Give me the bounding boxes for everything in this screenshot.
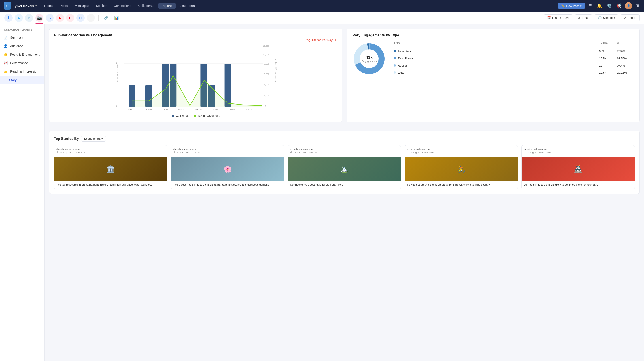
- stories-dot: [172, 115, 174, 117]
- pinterest-icon[interactable]: P: [66, 14, 74, 22]
- nav-home[interactable]: Home: [41, 3, 56, 9]
- sidebar-item-posts-engagement[interactable]: 🔔 Posts & Engagement: [0, 50, 44, 59]
- gear-icon[interactable]: ⚙️: [605, 2, 613, 9]
- main-layout: INSTAGRAM REPORTS 📄 Summary 👤 Audience 🔔…: [0, 24, 644, 361]
- chevron-down-icon: ▾: [101, 137, 103, 140]
- taps-back-dot: [394, 50, 396, 52]
- donut-section: 43k Engagements TYPE TOTAL %: [351, 41, 635, 77]
- avg-stories-label: Avg. Stories Per Day: <1: [54, 38, 338, 41]
- sidebar-item-reach-impression[interactable]: 👍 Reach & Impression: [0, 67, 44, 76]
- new-post-button[interactable]: ✏️ New Post ▾: [558, 3, 585, 9]
- date-range-button[interactable]: 📅 Last 15 Days: [544, 14, 572, 21]
- pencil-icon: ✏️: [561, 4, 565, 7]
- sidebar-item-story[interactable]: ⏱ Story: [0, 76, 44, 84]
- clock-icon: ⏱: [407, 151, 410, 154]
- linkedin-icon[interactable]: in: [25, 14, 33, 22]
- nav-reports[interactable]: Reports: [158, 3, 176, 9]
- bar-chart-area: 0 1 2 Number of Stories 0 2,000 4,000: [54, 43, 338, 110]
- table-row: Taps Back 983 2.29%: [394, 48, 635, 55]
- tiktok-icon[interactable]: T: [87, 14, 95, 22]
- sidebar-item-performance[interactable]: 📈 Performance: [0, 59, 44, 67]
- exits-dot: [394, 71, 396, 74]
- list-item: directly via Instagram ⏱ 15 Aug 2022 08:…: [288, 145, 401, 189]
- export-button[interactable]: ↗ Export: [620, 14, 640, 21]
- sidebar-section-title: INSTAGRAM REPORTS: [0, 28, 44, 33]
- taps-forward-dot: [394, 57, 396, 59]
- svg-text:Aug 22: Aug 22: [128, 108, 135, 110]
- facebook-icon[interactable]: f: [4, 14, 12, 22]
- clock-icon: ⏱: [173, 151, 176, 154]
- table-row: Taps Forward 29.5k 68.56%: [394, 55, 635, 62]
- table-row: Exits 12.5k 29.11%: [394, 69, 635, 76]
- grid-icon[interactable]: ⊞: [634, 2, 640, 9]
- top-stories-header: Top Stories By Engagement ▾: [54, 136, 635, 142]
- nav-connections[interactable]: Connections: [111, 3, 134, 9]
- svg-text:12,000: 12,000: [263, 45, 269, 47]
- nav-messages[interactable]: Messages: [72, 3, 92, 9]
- google-icon[interactable]: G: [46, 14, 54, 22]
- brand-chevron-icon: ▾: [35, 4, 37, 7]
- social-action-buttons: 📅 Last 15 Days ✉ Email 🕐 Schedule ↗ Expo…: [544, 14, 640, 21]
- nav-collaborate[interactable]: Collaborate: [135, 3, 158, 9]
- story-icon: ⏱: [4, 78, 7, 82]
- svg-text:Aug 24: Aug 24: [145, 108, 152, 110]
- stories-grid: directly via Instagram ⏱ 24 Aug 2022 10:…: [54, 145, 635, 189]
- list-item: directly via Instagram ⏱ 24 Aug 2022 10:…: [54, 145, 167, 189]
- nav-lead-forms[interactable]: Lead Forms: [176, 3, 200, 9]
- svg-text:6,000: 6,000: [264, 73, 269, 75]
- avatar[interactable]: 👤: [625, 2, 632, 9]
- schedule-button[interactable]: 🕐 Schedule: [594, 14, 618, 21]
- nav-monitor[interactable]: Monitor: [93, 3, 110, 9]
- svg-text:Sep 05: Sep 05: [246, 108, 252, 110]
- instagram-icon[interactable]: 📷: [35, 14, 44, 22]
- donut-chart: 43k Engagements: [351, 41, 387, 77]
- svg-text:Aug 28: Aug 28: [178, 108, 185, 110]
- sidebar-item-summary[interactable]: 📄 Summary: [0, 33, 44, 42]
- nav-posts[interactable]: Posts: [56, 3, 71, 9]
- svg-text:2: 2: [116, 62, 117, 64]
- brand-logo: ZT: [4, 2, 11, 9]
- export-icon: ↗: [624, 16, 626, 19]
- calendar-icon: 📅: [547, 16, 551, 19]
- stories-chart-title: Number of Stories vs Engagement: [54, 33, 338, 37]
- facebook-pages-icon[interactable]: ⊞: [76, 14, 84, 22]
- thumbs-up-icon: 👍: [4, 69, 8, 73]
- sidebar-item-audience[interactable]: 👤 Audience: [0, 42, 44, 50]
- svg-text:Aug 26: Aug 26: [162, 108, 168, 110]
- story-image: 🌸: [171, 157, 284, 181]
- email-button[interactable]: ✉ Email: [575, 14, 592, 21]
- svg-text:4,000: 4,000: [264, 83, 269, 86]
- nav-actions: ✏️ New Post ▾ ☰ 🔔 ⚙️ 📢 👤 ⊞: [558, 2, 640, 9]
- svg-text:Sep 03: Sep 03: [229, 108, 236, 110]
- svg-text:Number of Engagements: Number of Engagements: [275, 58, 277, 81]
- list-item: directly via Instagram ⏱ 8 Aug 2022 05:4…: [404, 145, 518, 189]
- engagements-table: TYPE TOTAL % Taps Back 983 2.29%: [394, 41, 635, 76]
- svg-text:8,000: 8,000: [264, 62, 269, 65]
- engagements-chart-title: Story Engagements by Type: [351, 33, 635, 37]
- list-item: directly via Instagram ⏱ 3 Aug 2022 05:4…: [522, 145, 635, 189]
- legend-stories: 11 Stories: [172, 114, 189, 117]
- engagement-dot: [194, 115, 196, 117]
- svg-text:10,000: 10,000: [263, 53, 269, 56]
- link-icon[interactable]: 🔗: [102, 14, 110, 22]
- sidebar: INSTAGRAM REPORTS 📄 Summary 👤 Audience 🔔…: [0, 24, 45, 361]
- list-item: directly via Instagram ⏱ 17 Aug 2022 11:…: [171, 145, 284, 189]
- megaphone-icon[interactable]: 📢: [615, 2, 623, 9]
- analytics-icon[interactable]: 📊: [112, 14, 120, 22]
- story-image: 🏔️: [288, 157, 401, 181]
- story-image: 🏛️: [54, 157, 167, 181]
- svg-text:Sep 01: Sep 01: [212, 108, 219, 110]
- engagement-filter-dropdown[interactable]: Engagement ▾: [81, 136, 106, 142]
- youtube-icon[interactable]: ▶: [56, 14, 64, 22]
- brand-logo-area[interactable]: ZT ZylkerTravels ▾: [4, 2, 37, 9]
- top-stories-card: Top Stories By Engagement ▾ directly via…: [49, 131, 640, 194]
- engagements-table-header: TYPE TOTAL %: [394, 41, 635, 46]
- clock-icon: ⏱: [56, 151, 59, 154]
- svg-text:Number of Stories: Number of Stories: [116, 64, 118, 82]
- twitter-icon[interactable]: 𝕏: [15, 14, 23, 22]
- trending-icon: 📈: [4, 61, 8, 65]
- bell-icon[interactable]: 🔔: [596, 2, 603, 9]
- menu-icon[interactable]: ☰: [587, 2, 593, 9]
- story-image: 🏯: [522, 157, 634, 181]
- donut-center: 43k Engagements: [362, 55, 377, 62]
